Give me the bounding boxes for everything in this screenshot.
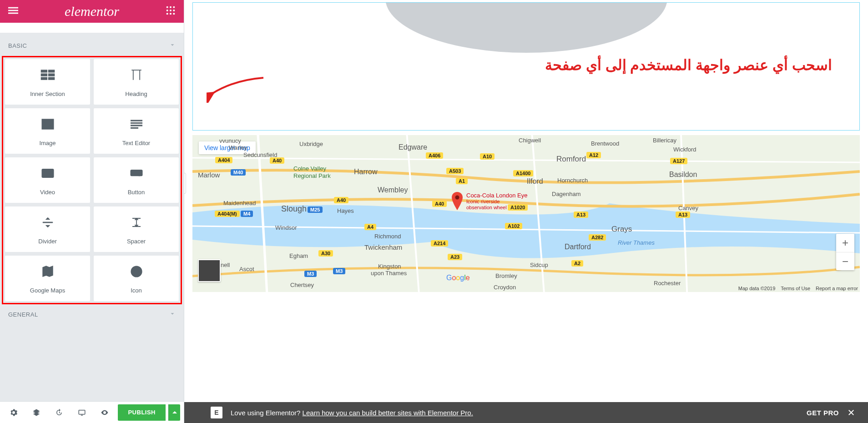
editor-canvas: اسحب أي عنصر واجهة المستخدم إلى أي صفحة <box>184 0 868 423</box>
google-map-widget[interactable]: View larger map vvunucy Warley Sedcunsfi… <box>192 135 860 292</box>
widget-label: Divider <box>38 238 56 245</box>
svg-rect-12 <box>41 70 47 72</box>
svg-rect-20 <box>131 120 142 121</box>
widget-google-maps[interactable]: Google Maps <box>5 256 90 301</box>
publish-options-button[interactable] <box>168 404 180 421</box>
publish-button[interactable]: PUBLISH <box>118 404 166 421</box>
widget-label: Icon <box>131 287 142 294</box>
map-city-label: Hayes <box>337 207 354 214</box>
widget-video[interactable]: Video <box>5 157 90 203</box>
category-basic-header[interactable]: BASIC <box>0 35 184 56</box>
widget-spacer[interactable]: Spacer <box>94 206 179 252</box>
map-data-label: Map data ©2019 <box>738 286 776 291</box>
apps-grid-icon[interactable] <box>166 5 176 17</box>
panel-collapse-handle[interactable] <box>184 173 186 194</box>
streetview-thumb[interactable] <box>198 259 221 282</box>
road-badge: A503 <box>446 168 464 174</box>
chevron-down-icon <box>169 42 176 50</box>
map-city-label: Egham <box>289 252 308 259</box>
elementor-logo: elementor <box>65 4 119 19</box>
svg-rect-22 <box>131 125 142 126</box>
hero-shape <box>385 3 667 53</box>
search-area[interactable] <box>0 23 184 33</box>
map-city-label: Dartford <box>565 243 591 251</box>
road-badge: A4 <box>364 224 376 230</box>
road-badge: A282 <box>589 234 606 241</box>
hamburger-icon[interactable] <box>8 5 18 17</box>
map-city-label: Grays <box>611 225 632 234</box>
history-icon[interactable] <box>49 404 69 421</box>
map-city-label: Sidcup <box>530 262 548 268</box>
svg-rect-13 <box>48 70 54 72</box>
inner-section-icon <box>40 67 56 85</box>
section-dropzone[interactable]: اسحب أي عنصر واجهة المستخدم إلى أي صفحة <box>192 2 860 131</box>
report-error-link[interactable]: Report a map error <box>816 286 858 291</box>
map-city-label: Chigwell <box>519 137 541 144</box>
svg-rect-29 <box>81 415 83 416</box>
map-city-label: Ilford <box>527 177 543 186</box>
road-badge: A13 <box>574 212 588 218</box>
svg-rect-14 <box>41 74 47 76</box>
map-city-label: vvunucy <box>219 137 241 144</box>
map-city-label: Edgware <box>399 143 427 151</box>
widget-icon[interactable]: Icon <box>94 256 179 301</box>
close-icon[interactable] <box>847 408 855 417</box>
widget-image[interactable]: Image <box>5 108 90 154</box>
map-city-label: Chertsey <box>290 282 314 288</box>
zoom-in-button[interactable]: + <box>836 234 854 252</box>
map-pin[interactable]: Coca-Cola London Eye Iconic riverside ob… <box>451 192 527 211</box>
svg-rect-17 <box>48 77 54 80</box>
get-pro-button[interactable]: GET PRO <box>807 409 839 417</box>
map-attribution: Map data ©2019 Terms of Use Report a map… <box>738 286 858 291</box>
pin-subtitle: Iconic riverside <box>466 199 527 205</box>
road-badge: A40 <box>334 197 348 203</box>
promo-link[interactable]: Learn how you can build better sites wit… <box>303 409 473 417</box>
svg-rect-28 <box>79 410 85 414</box>
map-city-label: Canvey <box>678 205 698 212</box>
road-badge: M40 <box>231 169 246 176</box>
widget-button[interactable]: Button <box>94 157 179 203</box>
svg-rect-18 <box>42 119 53 129</box>
map-city-label: nell <box>221 262 230 268</box>
settings-icon[interactable] <box>4 404 24 421</box>
terms-link[interactable]: Terms of Use <box>781 286 810 291</box>
map-city-label: Basildon <box>669 171 697 179</box>
svg-point-7 <box>170 10 172 11</box>
pin-subtitle: observation wheel <box>466 205 527 211</box>
map-city-label: Slough <box>281 204 307 214</box>
road-badge: A406 <box>426 152 443 159</box>
svg-point-3 <box>167 6 168 8</box>
svg-point-8 <box>173 10 175 11</box>
heading-icon <box>128 67 145 85</box>
category-general-header[interactable]: GENERAL <box>0 304 184 325</box>
chevron-down-icon <box>169 311 176 318</box>
svg-point-11 <box>173 13 175 15</box>
navigator-icon[interactable] <box>26 404 46 421</box>
preview-icon[interactable] <box>95 404 115 421</box>
map-city-label: Twickenham <box>364 243 402 251</box>
road-badge: A102 <box>505 223 522 229</box>
svg-rect-21 <box>131 122 142 123</box>
road-badge: A127 <box>670 158 687 164</box>
panel-body: BASIC Inner Section Heading <box>0 35 184 401</box>
svg-rect-1 <box>8 10 18 11</box>
map-river-label: River Thames <box>618 239 655 246</box>
svg-point-10 <box>170 13 172 15</box>
road-badge: A12 <box>586 152 601 158</box>
pin-title: Coca-Cola London Eye <box>466 192 527 199</box>
responsive-icon[interactable] <box>72 404 92 421</box>
road-badge: A40 <box>432 201 447 207</box>
widget-divider[interactable]: Divider <box>5 206 90 252</box>
widget-label: Video <box>40 189 55 196</box>
map-city-label: Dagenham <box>552 191 581 197</box>
button-icon <box>128 165 145 183</box>
map-city-label: Warley <box>229 144 247 151</box>
widget-text-editor[interactable]: Text Editor <box>94 108 179 154</box>
widget-inner-section[interactable]: Inner Section <box>5 59 90 105</box>
zoom-out-button[interactable]: − <box>836 252 854 270</box>
widget-heading[interactable]: Heading <box>94 59 179 105</box>
road-badge: A214 <box>431 240 448 247</box>
road-badge: A30 <box>318 250 333 257</box>
star-icon <box>128 263 145 282</box>
road-badge: M25 <box>308 206 323 213</box>
